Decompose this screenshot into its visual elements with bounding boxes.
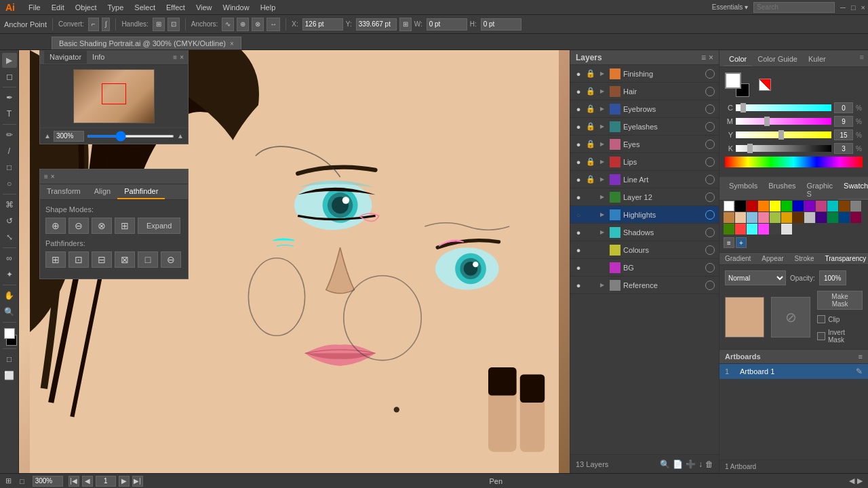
pencil-tool[interactable]: ✏ (2, 127, 17, 142)
no-paint-swatch[interactable] (759, 79, 771, 91)
window-maximize[interactable]: □ (851, 3, 856, 12)
layer-visibility-9[interactable]: ● (573, 227, 584, 238)
layer-target-2[interactable] (705, 104, 715, 114)
layer-row-line-art[interactable]: ● 🔒 ▶ Line Art (570, 171, 719, 188)
y-slider[interactable] (736, 131, 831, 138)
merge-btn[interactable]: ⊟ (92, 251, 112, 268)
layer-target-9[interactable] (705, 228, 715, 237)
panel-close-btn[interactable]: × (180, 54, 184, 61)
layer-expand-0[interactable]: ▶ (597, 69, 607, 79)
direct-selection-tool[interactable]: ◻ (2, 69, 17, 84)
zoom-slider[interactable] (87, 135, 174, 138)
layer-target-7[interactable] (705, 192, 715, 202)
swatch-skin[interactable] (735, 212, 746, 223)
rotate-tool[interactable]: ↺ (2, 214, 17, 228)
swatch-indigo[interactable] (816, 212, 827, 223)
status-left-arrow[interactable]: ◀ (849, 476, 854, 485)
swatch-gray[interactable] (850, 201, 861, 211)
zoom-input[interactable] (54, 131, 84, 142)
layer-expand-12[interactable]: ▶ (597, 281, 607, 290)
page-number-input[interactable] (96, 476, 116, 487)
layer-expand-1[interactable]: ▶ (597, 87, 607, 96)
layer-expand-3[interactable]: ▶ (597, 122, 607, 131)
prev-page-btn[interactable]: ◀ (82, 476, 93, 487)
tab-close-btn[interactable]: × (230, 40, 234, 47)
opacity-input[interactable] (819, 270, 846, 285)
swatch-forest[interactable] (827, 212, 838, 223)
layer-lock-11[interactable] (585, 262, 596, 273)
layer-target-6[interactable] (705, 175, 715, 184)
selection-tool[interactable]: ▶ (2, 53, 17, 68)
layer-visibility-8[interactable]: ○ (573, 209, 584, 220)
layers-new-layer-btn[interactable]: ➕ (686, 460, 696, 469)
anchors-btn-4[interactable]: ↔ (267, 18, 280, 31)
mask-thumbnail[interactable]: ⊘ (771, 297, 810, 338)
layer-target-8[interactable] (705, 210, 715, 220)
layer-lock-3[interactable]: 🔒 (585, 121, 596, 132)
tab-navigator[interactable]: Navigator (44, 51, 87, 64)
y-slider-thumb[interactable] (778, 130, 784, 140)
status-view-btn[interactable]: ⊞ (5, 476, 12, 485)
layer-lock-9[interactable] (585, 227, 596, 238)
swatch-dark-gray[interactable] (770, 224, 781, 235)
tab-stroke[interactable]: Stroke (789, 253, 820, 264)
foreground-swatch[interactable] (725, 73, 741, 89)
panel-menu-btn-2[interactable]: ≡ (44, 173, 48, 180)
m-slider[interactable] (736, 118, 831, 125)
status-artboard-btn[interactable]: □ (20, 477, 24, 485)
layer-row-hair[interactable]: ● 🔒 ▶ Hair (570, 83, 719, 100)
swatch-blue[interactable] (793, 201, 804, 211)
layers-make-sublayer-btn[interactable]: 📄 (673, 460, 683, 469)
swatch-green[interactable] (781, 201, 792, 211)
layer-target-11[interactable] (705, 263, 715, 272)
layer-row-eyebrows[interactable]: ● 🔒 ▶ Eyebrows (570, 100, 719, 118)
next-page-btn[interactable]: ▶ (119, 476, 130, 487)
rectangle-tool[interactable]: □ (2, 160, 17, 175)
layer-row-layer-12[interactable]: ● ▶ Layer 12 (570, 188, 719, 206)
menu-file[interactable]: File (23, 2, 46, 13)
link-wh-btn[interactable]: ⊞ (399, 18, 412, 31)
layer-expand-9[interactable]: ▶ (597, 228, 607, 237)
exclude-btn[interactable]: ⊞ (115, 218, 135, 234)
layer-expand-11[interactable] (597, 263, 607, 272)
expand-btn[interactable]: Expand (138, 218, 180, 234)
trim-btn[interactable]: ⊡ (68, 251, 89, 268)
panel-close-btn-2[interactable]: × (51, 173, 55, 180)
m-value[interactable] (834, 116, 853, 127)
layer-expand-5[interactable]: ▶ (597, 157, 607, 167)
swatch-orange[interactable] (758, 201, 769, 211)
layers-search-btn[interactable]: 🔍 (660, 460, 670, 469)
layer-row-eyes[interactable]: ● 🔒 ▶ Eyes (570, 136, 719, 153)
minus-front-btn[interactable]: ⊖ (68, 218, 89, 234)
w-input[interactable] (427, 18, 467, 30)
clip-checkbox[interactable] (817, 315, 825, 323)
layer-lock-10[interactable] (585, 245, 596, 256)
panel-menu-btn[interactable]: ≡ (173, 54, 177, 61)
swatch-pink[interactable] (758, 212, 769, 223)
tab-color[interactable]: Color (724, 53, 752, 66)
layer-target-10[interactable] (705, 245, 715, 255)
hand-tool[interactable]: ✋ (2, 288, 17, 303)
k-slider[interactable] (736, 145, 831, 152)
tab-brushes[interactable]: Brushes (763, 180, 801, 200)
tab-pathfinder[interactable]: Pathfinder (117, 184, 165, 199)
menu-edit[interactable]: Edit (46, 2, 70, 13)
menu-type[interactable]: Type (102, 2, 130, 13)
menu-effect[interactable]: Effect (161, 2, 191, 13)
eyedropper-tool[interactable]: ✦ (2, 267, 17, 282)
outline-btn[interactable]: □ (138, 251, 158, 268)
zoom-out-btn[interactable]: ▲ (44, 132, 51, 140)
menu-select[interactable]: Select (129, 2, 161, 13)
swatch-fuchsia[interactable] (758, 224, 769, 235)
navigator-thumbnail[interactable] (73, 69, 155, 123)
h-input[interactable] (481, 18, 521, 30)
layer-visibility-5[interactable]: ● (573, 157, 584, 167)
make-mask-btn[interactable]: Make Mask (817, 291, 863, 310)
layer-visibility-0[interactable]: ● (573, 68, 584, 79)
layer-expand-4[interactable]: ▶ (597, 140, 607, 149)
type-tool[interactable]: T (2, 106, 17, 121)
swatch-white[interactable] (724, 201, 734, 211)
convert-smooth-btn[interactable]: ∫ (102, 18, 111, 31)
tab-appear[interactable]: Appear (756, 253, 789, 264)
layer-lock-6[interactable]: 🔒 (585, 174, 596, 185)
